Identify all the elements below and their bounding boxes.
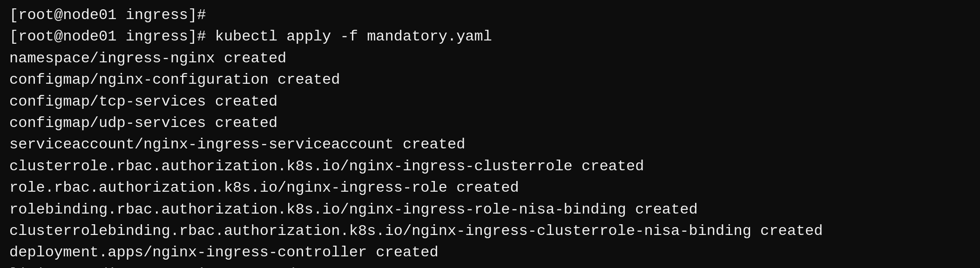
terminal-line: namespace/ingress-nginx created <box>9 48 971 69</box>
terminal-line: rolebinding.rbac.authorization.k8s.io/ng… <box>9 199 971 221</box>
terminal-line: clusterrole.rbac.authorization.k8s.io/ng… <box>9 156 971 177</box>
terminal-line: configmap/tcp-services created <box>9 91 971 113</box>
terminal-window: [root@node01 ingress]#[root@node01 ingre… <box>9 5 971 268</box>
terminal-line: role.rbac.authorization.k8s.io/nginx-ing… <box>9 177 971 199</box>
terminal-line: configmap/nginx-configuration created <box>9 69 971 91</box>
terminal-line: serviceaccount/nginx-ingress-serviceacco… <box>9 134 971 155</box>
terminal-line: deployment.apps/nginx-ingress-controller… <box>9 242 971 263</box>
terminal-line: [root@node01 ingress]# kubectl apply -f … <box>9 26 971 47</box>
terminal-line: [root@node01 ingress]# <box>9 5 971 26</box>
terminal-line: configmap/udp-services created <box>9 113 971 134</box>
terminal-line: limitrange/ingress-nginx created <box>9 264 971 268</box>
terminal-line: clusterrolebinding.rbac.authorization.k8… <box>9 221 971 242</box>
